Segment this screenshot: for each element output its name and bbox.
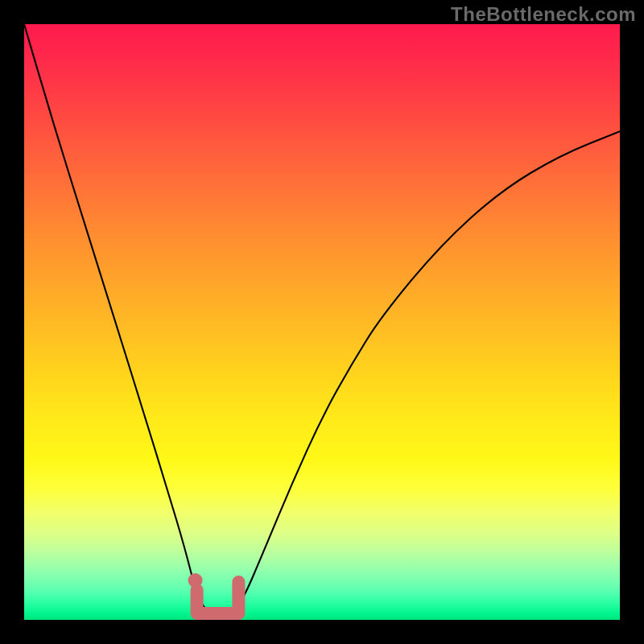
optimal-range-marker [197, 582, 239, 613]
chart-frame: TheBottleneck.com [0, 0, 644, 644]
bottleneck-curve [24, 24, 620, 618]
optimal-point-dot [188, 573, 203, 588]
plot-area [24, 24, 620, 620]
curve-svg [24, 24, 620, 620]
watermark-text: TheBottleneck.com [451, 3, 636, 26]
